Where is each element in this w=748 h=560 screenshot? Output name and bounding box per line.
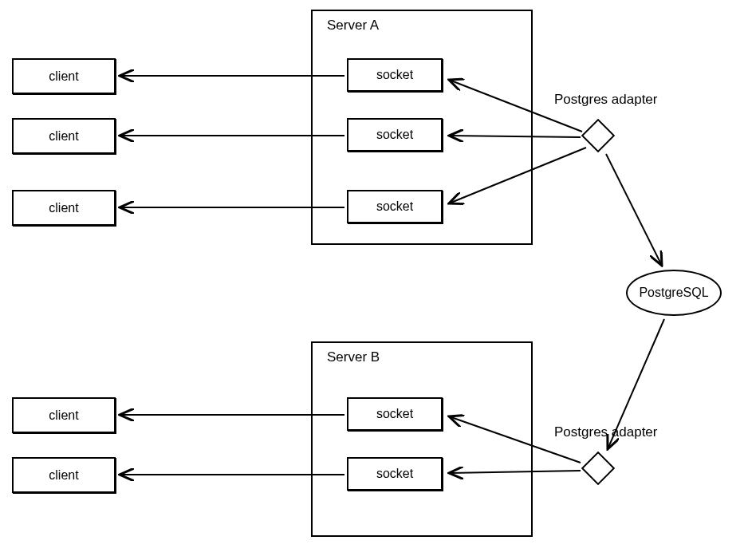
server-b-label: Server B [327, 349, 380, 365]
socket-label: socket [376, 467, 413, 481]
socket-box: socket [347, 190, 443, 223]
socket-label: socket [376, 128, 413, 142]
server-b-container [311, 341, 533, 537]
database-label: PostgreSQL [639, 286, 708, 300]
client-box: client [12, 190, 116, 226]
socket-box: socket [347, 118, 443, 152]
client-box: client [12, 118, 116, 154]
socket-box: socket [347, 457, 443, 491]
client-box: client [12, 457, 116, 493]
client-box: client [12, 397, 116, 433]
socket-box: socket [347, 58, 443, 92]
client-box: client [12, 58, 116, 94]
client-label: client [49, 408, 78, 423]
server-a-label: Server A [327, 18, 379, 34]
architecture-diagram: Server A socket socket socket client cli… [0, 0, 748, 560]
adapter-b-diamond [581, 452, 615, 485]
adapter-b-label: Postgres adapter [554, 424, 657, 440]
client-label: client [49, 201, 78, 215]
adapter-a-diamond [581, 119, 615, 152]
socket-label: socket [376, 407, 413, 421]
arrow-adapter-to-db [606, 154, 662, 266]
socket-label: socket [376, 68, 413, 82]
socket-box: socket [347, 397, 443, 431]
adapter-a-label: Postgres adapter [554, 92, 657, 108]
client-label: client [49, 129, 78, 144]
postgresql-node: PostgreSQL [626, 270, 722, 316]
client-label: client [49, 69, 78, 84]
client-label: client [49, 468, 78, 483]
socket-label: socket [376, 199, 413, 214]
